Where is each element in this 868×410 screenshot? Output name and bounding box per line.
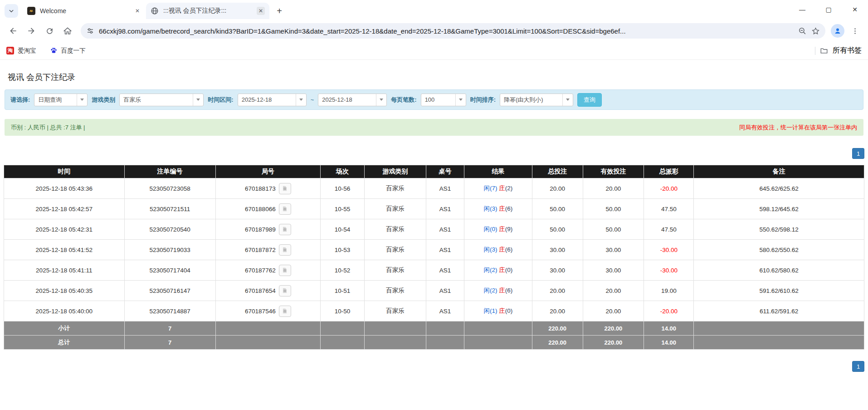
- url-text[interactable]: 66cxkj98.com/game/betrecord_search/kind3…: [99, 27, 794, 35]
- result-banker: 庄: [499, 226, 505, 232]
- forward-button[interactable]: [24, 23, 39, 39]
- subtotal-valid-bet: 220.00: [583, 321, 644, 336]
- cell-total-bet[interactable]: 30.00: [532, 260, 583, 281]
- tab-close-icon[interactable]: ✕: [133, 7, 141, 15]
- pagination-top: 1: [0, 148, 868, 159]
- zoom-out-icon[interactable]: [798, 27, 807, 35]
- forward-icon: [27, 26, 36, 35]
- result-banker-num: (6): [505, 246, 513, 253]
- replay-media-button[interactable]: [279, 203, 291, 215]
- result-player: 闲(2): [483, 267, 497, 273]
- date-end-select[interactable]: 2025-12-18: [318, 94, 387, 106]
- media-icon: [282, 287, 288, 294]
- cell-bet-id: 523050721511: [124, 199, 215, 219]
- range-tilde: ~: [311, 96, 314, 103]
- cell-total-bet[interactable]: 20.00: [532, 178, 583, 199]
- folder-icon: [820, 47, 828, 55]
- page-1-button[interactable]: 1: [852, 361, 864, 372]
- cell-result: 闲(2) 庄(0): [464, 260, 532, 281]
- cell-note: 591.62/610.62: [694, 281, 864, 301]
- all-bookmarks[interactable]: 所有书签: [815, 46, 862, 55]
- replay-media-button[interactable]: [279, 285, 291, 296]
- sort-select[interactable]: 降幂(由大到小): [500, 94, 573, 106]
- search-button[interactable]: 查询: [577, 93, 602, 107]
- reload-button[interactable]: [42, 23, 57, 39]
- cell-time: 2025-12-18 05:41:11: [4, 260, 125, 281]
- result-banker-num: (0): [505, 307, 513, 314]
- cell-time: 2025-12-18 05:43:36: [4, 178, 125, 199]
- new-tab-button[interactable]: +: [273, 5, 286, 17]
- site-settings-icon[interactable]: [86, 27, 94, 35]
- round-number: 670187654: [245, 287, 276, 294]
- cell-result: 闲(0) 庄(9): [464, 219, 532, 240]
- bookmark-star-icon[interactable]: [811, 27, 820, 35]
- result-banker: 庄: [499, 287, 505, 294]
- table-row: 2025-12-18 05:42:31 523050720540 6701879…: [4, 219, 864, 240]
- result-player: 闲(0): [483, 226, 497, 232]
- back-button[interactable]: [5, 23, 21, 39]
- replay-media-button[interactable]: [279, 244, 291, 256]
- result-banker-num: (6): [505, 205, 513, 212]
- cell-game: 百家乐: [364, 281, 426, 301]
- menu-button[interactable]: [847, 23, 863, 39]
- cell-note: 598.12/645.62: [694, 199, 864, 219]
- cell-round: 670187872: [215, 240, 320, 260]
- tab-betrecord[interactable]: :::视讯 会员下注纪录::: ✕: [146, 3, 269, 19]
- query-type-select[interactable]: 日期查询: [34, 94, 88, 106]
- result-banker-num: (6): [505, 287, 513, 294]
- cell-game: 百家乐: [364, 219, 426, 240]
- cell-total-bet[interactable]: 20.00: [532, 281, 583, 301]
- page-content: 视讯 会员下注纪录 请选择: 日期查询 游戏类别 百家乐 时间区间: 2025-…: [0, 60, 868, 372]
- total-total-bet: 220.00: [532, 336, 583, 350]
- cell-total-bet[interactable]: 20.00: [532, 301, 583, 321]
- result-player: 闲(3): [483, 205, 497, 212]
- summary-notice: 同局有效投注，统一计算在该局第一张注单内: [739, 123, 857, 132]
- chevron-down-icon: [8, 8, 15, 14]
- currency-summary: 币别 : 人民币 | 总共 :7 注单 |: [11, 123, 85, 132]
- page-title: 视讯 会员下注纪录: [0, 60, 868, 83]
- header-result: 结果: [464, 165, 532, 178]
- cell-total-bet[interactable]: 50.00: [532, 199, 583, 219]
- result-player: 闲(1): [483, 307, 497, 314]
- bookmark-baidu[interactable]: 百度一下: [50, 47, 86, 55]
- tab-welcome[interactable]: Welcome ✕: [23, 3, 146, 19]
- replay-media-button[interactable]: [279, 306, 291, 317]
- replay-media-button[interactable]: [279, 265, 291, 276]
- address-bar[interactable]: 66cxkj98.com/game/betrecord_search/kind3…: [81, 23, 825, 39]
- per-page-select[interactable]: 100: [421, 94, 466, 106]
- browser-window: Welcome ✕ :::视讯 会员下注纪录::: ✕ + — ▢ ✕: [0, 0, 868, 410]
- replay-media-button[interactable]: [279, 183, 291, 194]
- cell-valid-bet: 30.00: [583, 260, 644, 281]
- bookmark-aitaobao[interactable]: 淘 爱淘宝: [6, 47, 36, 55]
- home-button[interactable]: [60, 23, 75, 39]
- tab-search-button[interactable]: [5, 4, 18, 18]
- cell-bet-id: 523050717404: [124, 260, 215, 281]
- cell-table: AS1: [426, 281, 464, 301]
- cell-round: 670187762: [215, 260, 320, 281]
- date-start-select[interactable]: 2025-12-18: [238, 94, 307, 106]
- welcome-favicon-icon: [27, 7, 35, 15]
- page-1-button[interactable]: 1: [852, 148, 864, 159]
- profile-avatar[interactable]: [831, 24, 844, 38]
- total-count: 7: [124, 336, 215, 350]
- cell-result: 闲(7) 庄(2): [464, 178, 532, 199]
- tab-close-icon[interactable]: ✕: [257, 7, 265, 15]
- header-session: 场次: [321, 165, 365, 178]
- game-kind-select[interactable]: 百家乐: [119, 94, 204, 106]
- replay-media-button[interactable]: [279, 224, 291, 235]
- sort-label: 时间排序:: [470, 96, 496, 104]
- close-button[interactable]: ✕: [842, 2, 868, 17]
- result-player: 闲(3): [483, 246, 497, 253]
- cell-time: 2025-12-18 05:42:57: [4, 199, 125, 219]
- total-label: 总计: [4, 336, 125, 350]
- per-page-label: 每页笔数:: [391, 96, 416, 104]
- maximize-button[interactable]: ▢: [815, 2, 842, 17]
- cell-total-bet[interactable]: 50.00: [532, 219, 583, 240]
- round-number: 670188173: [245, 185, 276, 192]
- minimize-button[interactable]: —: [789, 2, 815, 17]
- cell-result: 闲(3) 庄(6): [464, 199, 532, 219]
- cell-total-bet[interactable]: 30.00: [532, 240, 583, 260]
- result-player: 闲(7): [483, 185, 497, 192]
- header-table: 桌号: [426, 165, 464, 178]
- cell-bet-id: 523050714887: [124, 301, 215, 321]
